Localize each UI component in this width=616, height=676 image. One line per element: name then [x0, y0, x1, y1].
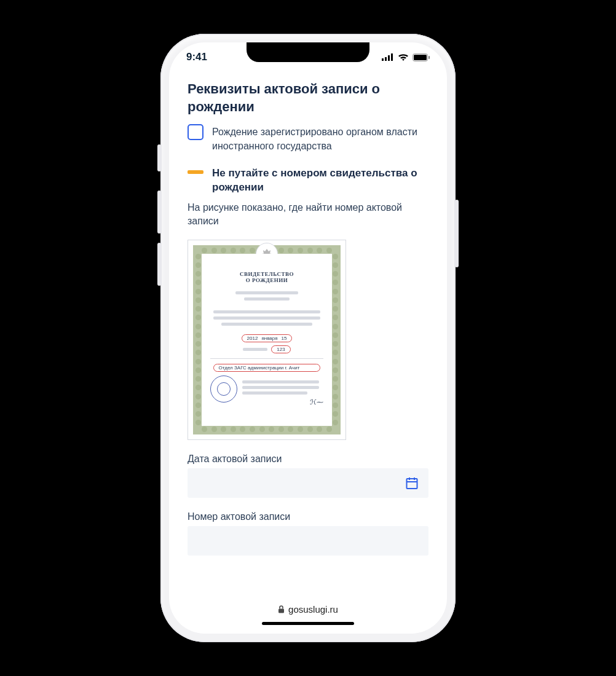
mute-switch	[157, 144, 161, 171]
url-display[interactable]: gosuslugi.ru	[278, 604, 338, 615]
certificate-title: СВИДЕТЕЛЬСТВОО РОЖДЕНИИ	[210, 271, 323, 285]
scallop-bottom	[202, 426, 332, 432]
text-line	[213, 310, 321, 313]
status-time: 9:41	[186, 51, 207, 63]
text-line	[213, 316, 321, 320]
certificate-border: СВИДЕТЕЛЬСТВОО РОЖДЕНИИ 2012 января	[193, 245, 341, 434]
svg-rect-6	[428, 56, 430, 59]
certificate-sample: СВИДЕТЕЛЬСТВОО РОЖДЕНИИ 2012 января	[188, 240, 346, 440]
divider	[210, 358, 323, 359]
lock-icon	[278, 605, 285, 613]
text-line	[244, 297, 290, 301]
warning-accent-icon	[188, 167, 203, 195]
number-field-label: Номер актовой записи	[188, 511, 428, 522]
home-indicator[interactable]	[262, 622, 354, 625]
seal-row: ℋ⁓	[210, 375, 323, 406]
cellular-icon	[382, 53, 394, 61]
phone-frame: 9:41 Реквизиты актовой записи о рождении…	[160, 34, 456, 642]
signature-icon: ℋ⁓	[242, 398, 323, 406]
date-field[interactable]	[188, 468, 428, 498]
scallop-left	[195, 254, 201, 426]
url-text: gosuslugi.ru	[288, 604, 338, 615]
warning-title: Не путайте с номером свидетельства о рож…	[212, 167, 428, 195]
svg-rect-7	[407, 479, 417, 489]
svg-rect-3	[391, 53, 393, 61]
text-line	[221, 323, 312, 326]
svg-rect-11	[278, 609, 284, 613]
browser-bar: gosuslugi.ru	[169, 595, 447, 634]
scallop-right	[333, 254, 338, 426]
number-field[interactable]	[188, 526, 428, 556]
calendar-icon[interactable]	[405, 476, 419, 490]
battery-icon	[413, 53, 430, 61]
date-field-label: Дата актовой записи	[188, 454, 428, 465]
warning-row: Не путайте с номером свидетельства о рож…	[188, 167, 428, 195]
foreign-registration-label: Рождение зарегистрировано органом власти…	[212, 124, 428, 153]
text-line	[235, 291, 298, 294]
issuer-highlight: Отдел ЗАГС администрации г. Ачит	[213, 364, 321, 372]
wifi-icon	[398, 53, 409, 61]
screen: 9:41 Реквизиты актовой записи о рождении…	[169, 42, 447, 634]
svg-rect-0	[382, 58, 384, 61]
svg-rect-1	[385, 57, 387, 61]
date-highlight: 2012 января 15	[242, 334, 293, 342]
page-title: Реквизиты актовой записи о рождении	[188, 81, 428, 116]
page-content[interactable]: Реквизиты актовой записи о рождении Рожд…	[169, 72, 447, 595]
svg-rect-2	[388, 55, 390, 61]
power-button	[455, 200, 459, 267]
foreign-registration-checkbox[interactable]	[188, 124, 203, 140]
status-icons	[382, 53, 430, 61]
seal-icon	[210, 375, 237, 403]
number-highlight: 123	[271, 345, 290, 353]
volume-up-button	[157, 191, 161, 234]
hint-text: На рисунке показано, где найти номер акт…	[188, 201, 428, 229]
foreign-registration-row[interactable]: Рождение зарегистрировано органом власти…	[188, 124, 428, 153]
svg-rect-5	[414, 55, 427, 60]
notch	[247, 42, 369, 62]
volume-down-button	[157, 243, 161, 286]
certificate-paper: СВИДЕТЕЛЬСТВОО РОЖДЕНИИ 2012 января	[202, 254, 332, 426]
